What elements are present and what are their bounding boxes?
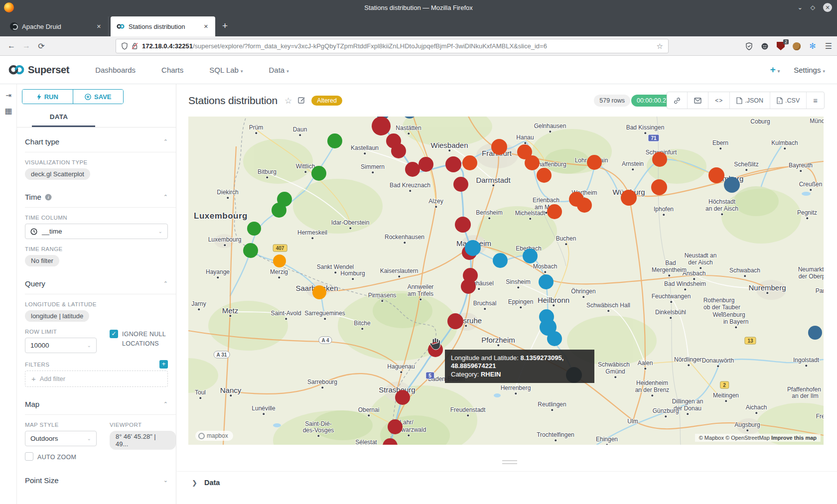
map-attribution[interactable]: © Mapbox © OpenStreetMap Improve this ma… bbox=[695, 434, 821, 442]
email-button[interactable] bbox=[688, 92, 708, 109]
pocket-shield-icon[interactable] bbox=[744, 42, 753, 51]
row-limit-select[interactable]: 10000 ⌄ bbox=[25, 338, 97, 353]
scatter-point-rhein[interactable] bbox=[447, 313, 463, 329]
section-time[interactable]: Time i ⌃ bbox=[25, 180, 168, 207]
section-query[interactable]: Query ⌃ bbox=[25, 266, 168, 294]
section-chart-type[interactable]: Chart type ⌃ bbox=[25, 127, 168, 152]
dataset-grid-icon[interactable]: ▦ bbox=[0, 106, 17, 116]
ublock-icon[interactable]: 2 bbox=[776, 42, 785, 51]
tab-stations-distribution[interactable]: Stations distribution ✕ bbox=[111, 16, 215, 36]
url-field[interactable]: 172.18.0.4:32251/superset/explore/?form_… bbox=[116, 39, 669, 53]
time-column-select[interactable]: __time ⌄ bbox=[25, 224, 168, 239]
back-icon[interactable]: ← bbox=[4, 41, 19, 50]
expand-dataset-panel-icon[interactable]: ⇥ bbox=[0, 91, 17, 99]
view-query-button[interactable]: <> bbox=[708, 92, 730, 109]
scatter-point-rhein[interactable] bbox=[418, 157, 433, 172]
menu-hamburger-icon[interactable]: ☰ bbox=[824, 42, 833, 51]
tab-close-icon[interactable]: ✕ bbox=[95, 22, 103, 31]
copy-link-button[interactable] bbox=[667, 92, 688, 109]
export-json-button[interactable]: .JSON bbox=[730, 92, 770, 109]
scatter-point-neckar[interactable] bbox=[539, 274, 554, 289]
reload-icon[interactable]: ⟳ bbox=[34, 41, 49, 51]
scatter-point-rhein[interactable] bbox=[461, 279, 476, 294]
favorite-star-icon[interactable]: ☆ bbox=[284, 96, 292, 106]
new-tab-button[interactable]: + bbox=[222, 20, 228, 31]
tab-close-icon[interactable]: ✕ bbox=[202, 22, 210, 31]
scatter-point-rhein[interactable] bbox=[372, 117, 391, 135]
superset-logo[interactable]: Superset bbox=[8, 64, 69, 76]
scatter-point-rhein[interactable] bbox=[395, 390, 410, 405]
scatter-point-main[interactable] bbox=[587, 155, 602, 170]
more-options-icon[interactable]: ≡ bbox=[807, 92, 824, 109]
edit-properties-icon[interactable] bbox=[298, 96, 305, 105]
scatter-point-steel[interactable] bbox=[808, 326, 822, 340]
scatter-point-rhein[interactable] bbox=[388, 419, 403, 434]
settings-menu[interactable]: Settings▾ bbox=[794, 66, 825, 74]
data-results-expander[interactable]: ❯ Data bbox=[177, 471, 837, 487]
container-mask-icon[interactable] bbox=[760, 42, 769, 51]
viz-type-value[interactable]: deck.gl Scatterplot bbox=[25, 168, 90, 180]
scatter-point-main[interactable] bbox=[462, 155, 477, 170]
add-filter-box[interactable]: + Add filter bbox=[25, 371, 168, 387]
scatter-point-neckar[interactable] bbox=[523, 249, 538, 263]
scatter-point-main[interactable] bbox=[537, 168, 552, 183]
scatter-point-mosel[interactable] bbox=[247, 222, 261, 236]
window-restore-icon[interactable]: ◇ bbox=[811, 4, 815, 11]
panel-drag-handle[interactable] bbox=[502, 460, 517, 464]
run-button[interactable]: RUN bbox=[22, 90, 73, 104]
scatter-point-main[interactable] bbox=[547, 204, 562, 219]
nav-dashboards[interactable]: Dashboards bbox=[95, 66, 136, 74]
viewport-value[interactable]: 8° 46' 45.28" | 49... bbox=[110, 431, 176, 450]
window-minimize-icon[interactable]: ⌄ bbox=[798, 4, 803, 11]
map-canvas[interactable]: mapbox © Mapbox © OpenStreetMap Improve … bbox=[188, 117, 824, 445]
tracking-shield-icon[interactable] bbox=[121, 42, 128, 50]
insecure-lock-icon[interactable] bbox=[132, 42, 138, 50]
scatter-point-mosel[interactable] bbox=[327, 133, 342, 148]
nav-sql-lab[interactable]: SQL Lab▾ bbox=[209, 66, 243, 74]
scatter-point-saar[interactable] bbox=[312, 285, 326, 299]
mapbox-logo[interactable]: mapbox bbox=[195, 431, 233, 441]
scatter-point-main[interactable] bbox=[577, 198, 592, 213]
auto-zoom-checkbox[interactable] bbox=[25, 452, 33, 461]
scatter-point-main[interactable] bbox=[652, 152, 667, 167]
nav-data[interactable]: Data▾ bbox=[269, 66, 288, 74]
tab-data[interactable]: DATA bbox=[48, 113, 70, 126]
scatter-point-rhein[interactable] bbox=[405, 162, 420, 177]
scatter-point-rhein[interactable] bbox=[455, 217, 471, 233]
scatter-point-mosel[interactable] bbox=[272, 203, 286, 218]
cookie-icon[interactable] bbox=[792, 42, 801, 51]
map-style-select[interactable]: Outdoors ⌄ bbox=[25, 431, 97, 446]
scatter-point-main[interactable] bbox=[708, 167, 724, 183]
altered-badge[interactable]: Altered bbox=[311, 96, 342, 106]
section-point-size[interactable]: Point Size ⌄ bbox=[25, 462, 168, 491]
window-close-icon[interactable]: ✕ bbox=[823, 3, 832, 12]
scatter-point-steel[interactable] bbox=[724, 177, 740, 193]
scatter-point-rhein[interactable] bbox=[391, 143, 406, 158]
scatter-point-main[interactable] bbox=[491, 139, 507, 155]
add-new-button[interactable]: +▾ bbox=[770, 64, 780, 75]
forward-icon[interactable]: → bbox=[19, 41, 34, 50]
scatter-point-main[interactable] bbox=[621, 190, 637, 206]
export-csv-button[interactable]: x.CSV bbox=[770, 92, 807, 109]
scatter-point-mosel[interactable] bbox=[243, 243, 258, 258]
nav-charts[interactable]: Charts bbox=[161, 66, 183, 74]
scatter-point-rhein[interactable] bbox=[445, 156, 461, 172]
scatter-point-main[interactable] bbox=[525, 155, 540, 170]
time-range-value[interactable]: No filter bbox=[25, 255, 59, 266]
ignore-null-checkbox[interactable]: ✓ bbox=[110, 330, 118, 338]
scatter-point-saar[interactable] bbox=[273, 254, 286, 267]
scatter-point-mosel[interactable] bbox=[311, 166, 326, 181]
section-map[interactable]: Map ⌃ bbox=[25, 387, 168, 414]
scatter-point-neckar[interactable] bbox=[493, 253, 508, 268]
lonlat-value[interactable]: longitude | latitude bbox=[25, 310, 89, 322]
scatter-point-neckar[interactable] bbox=[547, 331, 562, 346]
tab-apache-druid[interactable]: Apache Druid ✕ bbox=[4, 16, 109, 36]
extension-asterisk-icon[interactable]: ✻ bbox=[808, 42, 817, 51]
scatter-point-rhein[interactable] bbox=[453, 177, 468, 192]
improve-map-link[interactable]: Improve this map bbox=[771, 435, 817, 441]
add-filter-plus-button[interactable]: + bbox=[159, 360, 168, 369]
save-button[interactable]: SAVE bbox=[73, 90, 124, 104]
bookmark-star-icon[interactable]: ☆ bbox=[657, 42, 663, 51]
scatter-point-neckar[interactable] bbox=[465, 240, 481, 256]
scatter-point-main[interactable] bbox=[651, 179, 667, 195]
